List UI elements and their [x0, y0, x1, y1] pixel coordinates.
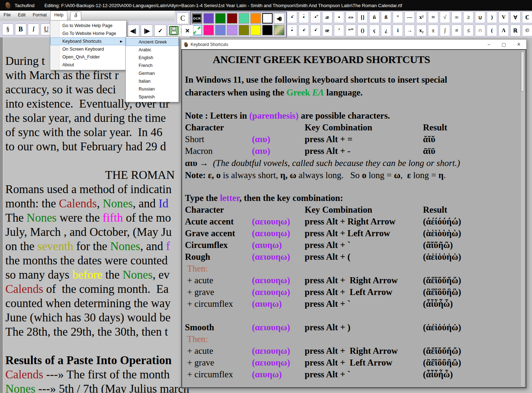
char-button[interactable]: •̃ — [310, 11, 321, 23]
char-button[interactable]: ∩ — [475, 25, 485, 36]
menu-help[interactable]: Help — [50, 11, 67, 21]
char-button[interactable]: ∞ — [451, 11, 462, 23]
char-button[interactable]: © — [522, 25, 532, 36]
char-button[interactable]: •̈ — [287, 11, 297, 23]
character-cell: Rough — [185, 251, 252, 263]
nav-next-button[interactable]: |▶ — [141, 25, 153, 37]
maximize-button[interactable]: ▢ — [496, 42, 511, 47]
dialog-scrollbar[interactable] — [520, 51, 525, 386]
menu-format[interactable]: Format — [29, 11, 51, 21]
section-button[interactable]: § — [2, 24, 14, 35]
table-header-cell: Result — [423, 204, 518, 216]
speaker-icon[interactable]: ◀))) — [274, 13, 284, 24]
char-button[interactable]: ℝ — [510, 25, 521, 36]
char-button[interactable]: •́ — [287, 25, 297, 36]
color-swatch-button[interactable] — [262, 13, 273, 24]
color-swatch-button[interactable] — [250, 13, 261, 24]
char-button[interactable]: ≡ — [451, 25, 462, 36]
text-segment: month: the — [5, 197, 59, 210]
help-menu-item-open-qna-folder[interactable]: Open_QnA_Folder — [50, 53, 126, 61]
char-button[interactable]: ) — [487, 11, 497, 23]
confirm-button[interactable]: ✓ — [154, 25, 166, 37]
color-swatch-button[interactable] — [215, 13, 226, 24]
cancel-button[interactable]: ✕ — [181, 25, 193, 37]
char-button[interactable]: → — [404, 25, 415, 36]
char-button[interactable]: ℂ — [522, 11, 532, 23]
char-button[interactable]: ≤ — [463, 25, 474, 36]
char-button[interactable]: ° — [393, 11, 403, 23]
submenu-item-english[interactable]: English — [126, 54, 179, 62]
color-swatch-button[interactable] — [227, 13, 237, 24]
submenu-item-arabic[interactable]: Arabic — [126, 46, 179, 54]
help-menu-item-about[interactable]: About — [50, 61, 126, 69]
help-menu-item-on-screen-keyboard[interactable]: On Screen Keyboard — [50, 45, 126, 53]
menu-edit[interactable]: Edit — [14, 11, 29, 21]
char-button[interactable]: x² — [416, 11, 427, 23]
char-button[interactable]: x₂ — [416, 25, 427, 36]
dialog-title-bar[interactable]: Keyboard Shortcuts – ▢ ✕ — [181, 40, 526, 49]
text-segment: , and — [133, 197, 158, 210]
char-button[interactable]: ñ — [369, 11, 379, 23]
char-button[interactable]: V — [499, 11, 509, 23]
italic-button[interactable]: I — [28, 24, 39, 35]
char-button[interactable]: ∀ — [510, 11, 521, 23]
text-segment: Greek — [286, 88, 312, 97]
bold-button[interactable]: B — [15, 24, 26, 35]
char-button[interactable]: «» — [346, 11, 356, 23]
char-button[interactable]: — — [404, 11, 415, 23]
char-button[interactable]: •̆ — [310, 25, 321, 36]
submenu-item-italian[interactable]: Italian — [126, 77, 179, 85]
color-swatch-button[interactable] — [250, 25, 261, 35]
help-menu-item-keyboard-shortcuts[interactable]: Keyboard Shortcuts▶ — [50, 37, 126, 45]
submenu-item-ancient-greek[interactable]: Ancient Greek — [126, 38, 179, 46]
image-swatch-button[interactable] — [274, 25, 284, 35]
color-swatch-button[interactable] — [239, 13, 249, 24]
char-button[interactable]: ∪ — [475, 11, 485, 23]
char-button[interactable]: •̄ — [299, 25, 309, 36]
char-button[interactable]: ç — [369, 25, 379, 36]
char-button[interactable]: () — [357, 25, 368, 36]
dialog-scrollbar-thumb[interactable] — [521, 52, 524, 92]
char-button[interactable]: ▪ — [334, 11, 344, 23]
delta-tab-button[interactable]: δ — [70, 11, 81, 21]
text-segment: on the — [5, 240, 37, 253]
dialog-paragraph: Note: ε, ο is always short, η, ω always … — [185, 169, 518, 181]
submenu-item-spanish[interactable]: Spanish — [126, 93, 179, 101]
c-button[interactable]: C — [177, 12, 189, 24]
char-button[interactable]: i — [393, 25, 403, 36]
char-button[interactable]: “” — [346, 25, 356, 36]
submenu-item-french[interactable]: French — [126, 62, 179, 69]
char-button[interactable]: •̀ — [299, 11, 309, 23]
nav-prev-button[interactable]: ◀| — [127, 25, 139, 37]
color-swatch-button[interactable] — [262, 25, 273, 35]
help-menu-item-go-to-website-home-page[interactable]: Go To Website Home Page — [50, 30, 126, 37]
char-button[interactable]: ’ — [334, 25, 344, 36]
color-swatch-button[interactable] — [203, 25, 214, 35]
char-button[interactable]: ß — [381, 11, 391, 23]
close-icon[interactable]: ✕ — [511, 42, 526, 47]
save-button[interactable] — [168, 25, 180, 37]
menu-file[interactable]: File — [0, 11, 14, 21]
char-button[interactable]: ¿ — [381, 25, 391, 36]
ocr-button[interactable]: OCR — [192, 13, 202, 24]
minimize-button[interactable]: – — [481, 42, 496, 47]
help-menu-item-go-to-website-help-page[interactable]: Go to Website Help Page — [50, 22, 126, 30]
char-button[interactable]: √ — [440, 11, 450, 23]
char-button[interactable]: ( — [487, 25, 497, 36]
color-swatch-button[interactable] — [239, 25, 249, 35]
submenu-item-russian[interactable]: Russian — [126, 85, 179, 93]
color-swatch-button[interactable] — [203, 13, 214, 24]
char-button[interactable]: ≥ — [463, 11, 474, 23]
char-button[interactable]: æ — [322, 11, 332, 23]
text-segment: is always short, — [221, 170, 280, 180]
color-swatch-button[interactable] — [227, 25, 237, 35]
char-button[interactable]: ≈ — [428, 11, 438, 23]
color-swatch-button[interactable] — [215, 25, 226, 35]
char-button[interactable]: ± — [428, 25, 438, 36]
char-button[interactable]: œ — [322, 25, 332, 36]
char-button[interactable]: [] — [357, 11, 368, 23]
text-segment: THE ROMAN — [105, 169, 178, 181]
char-button[interactable]: ∫ — [440, 25, 450, 36]
submenu-item-german[interactable]: German — [126, 69, 179, 77]
char-button[interactable]: Λ — [499, 25, 509, 36]
